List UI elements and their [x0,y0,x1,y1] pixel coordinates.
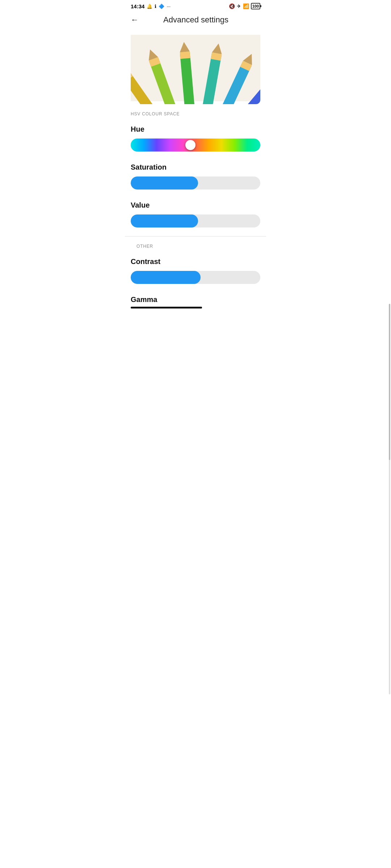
pencils-artwork [131,32,260,104]
other-section-label: OTHER [131,244,260,255]
status-bar: 14:34 🔔 ℹ 🔷 ··· 🔇 ✈ 📶 100 [125,0,266,11]
saturation-track-inner [131,176,260,190]
battery-icon: 100 [251,3,260,9]
other-section: OTHER [125,237,266,255]
value-slider[interactable] [131,214,260,227]
hue-label: Hue [131,125,260,133]
status-left: 14:34 🔔 ℹ 🔷 ··· [131,3,171,9]
contrast-slider[interactable] [131,271,260,284]
preview-image [131,32,260,104]
saturation-label: Saturation [131,163,260,171]
mute-icon: 🔇 [229,3,235,9]
svg-rect-19 [180,51,190,59]
value-fill [131,214,198,227]
value-track-inner [131,214,260,227]
back-button[interactable]: ← [131,15,139,25]
saturation-fill [131,176,198,190]
header: ← Advanced settings [125,11,266,30]
privacy-icon: 🔔 [147,4,152,9]
status-time: 14:34 [131,3,144,9]
contrast-fill [131,271,201,284]
saturation-section: Saturation [125,160,266,198]
hue-section: Hue [125,122,266,160]
gamma-section: Gamma [125,293,266,309]
hue-track-inner [131,139,260,152]
gamma-label: Gamma [131,295,260,304]
gamma-bar-partial [131,307,202,309]
wifi-icon: 📶 [243,3,249,9]
contrast-section: Contrast [125,255,266,293]
contrast-label: Contrast [131,258,260,266]
contrast-track-inner [131,271,260,284]
hsv-section-label: HSV COLOUR SPACE [125,111,266,122]
hue-thumb[interactable] [185,140,196,150]
privacy2-icon: 🔷 [159,4,164,9]
status-right: 🔇 ✈ 📶 100 [229,3,260,9]
info-icon: ℹ [155,4,156,9]
value-label: Value [131,201,260,209]
more-icon: ··· [167,4,171,9]
hue-slider[interactable] [131,139,260,152]
airplane-icon: ✈ [237,3,241,9]
page-title: Advanced settings [144,15,247,25]
value-section: Value [125,198,266,236]
saturation-slider[interactable] [131,176,260,190]
